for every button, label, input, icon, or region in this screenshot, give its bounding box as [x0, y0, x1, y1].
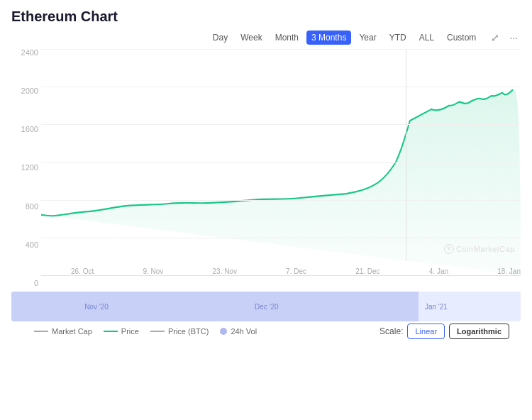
- y-label-1600: 1600: [11, 126, 38, 133]
- grid-line-3: [41, 162, 521, 163]
- scale-linear-button[interactable]: Linear: [407, 324, 445, 339]
- time-btn-day[interactable]: Day: [208, 31, 233, 45]
- y-label-400: 400: [11, 241, 38, 249]
- y-label-2400: 2400: [11, 49, 38, 57]
- expand-icon[interactable]: ⤢: [488, 31, 502, 45]
- legend-24h-vol-label: 24h Vol: [231, 327, 257, 336]
- watermark-text: CoinMarketCap: [456, 245, 515, 253]
- mini-label-nov: Nov '20: [84, 303, 109, 311]
- time-btn-custom[interactable]: Custom: [442, 31, 481, 45]
- legend-price-line: [104, 331, 118, 332]
- time-btn-week[interactable]: Week: [235, 31, 267, 45]
- grid-line-5: [41, 238, 521, 238]
- x-label-nov23: 23. Nov: [212, 267, 236, 275]
- scale-section: Scale: Linear Logarithmic: [379, 324, 509, 339]
- legend-market-cap: Market Cap: [34, 327, 92, 336]
- scale-logarithmic-button[interactable]: Logarithmic: [449, 324, 509, 339]
- scale-label: Scale:: [379, 326, 403, 336]
- vertical-marker: [406, 49, 406, 261]
- y-label-800: 800: [11, 203, 38, 211]
- time-btn-ytd[interactable]: YTD: [384, 31, 411, 45]
- y-label-2000: 2000: [11, 87, 38, 95]
- legend-price-btc-line: [150, 331, 165, 332]
- bottom-row: Market Cap Price Price (BTC) 24h Vol Sca…: [11, 321, 521, 344]
- time-btn-3months[interactable]: 3 Months: [306, 31, 351, 45]
- legend-price-label: Price: [121, 327, 139, 336]
- chart-title: Ethereum Chart: [11, 9, 521, 25]
- legend-24h-vol-circle: [220, 328, 227, 335]
- x-label-dec7: 7. Dec: [286, 267, 306, 275]
- toolbar-icons: ⤢ ···: [488, 31, 521, 45]
- x-label-oct26: 26. Oct: [71, 267, 94, 275]
- legend-24h-vol: 24h Vol: [220, 327, 257, 336]
- watermark-icon: ᗐ: [444, 244, 454, 254]
- x-axis: 26. Oct 9. Nov 23. Nov 7. Dec 21. Dec 4.…: [71, 261, 521, 275]
- legend-market-cap-label: Market Cap: [52, 327, 92, 336]
- grid-line-top: [41, 49, 521, 50]
- time-btn-year[interactable]: Year: [354, 31, 381, 45]
- mini-label-dec: Dec '20: [255, 303, 279, 311]
- watermark: ᗐ CoinMarketCap: [444, 244, 515, 254]
- grid-lines: [41, 49, 521, 275]
- legend-price: Price: [104, 327, 139, 336]
- time-btn-all[interactable]: ALL: [414, 31, 439, 45]
- x-label-jan4: 4. Jan: [429, 267, 448, 275]
- legend-price-btc: Price (BTC): [150, 327, 209, 336]
- chart-plot: 26. Oct 9. Nov 23. Nov 7. Dec 21. Dec 4.…: [41, 49, 521, 276]
- grid-line-1: [41, 87, 521, 87]
- y-label-0: 0: [11, 280, 38, 287]
- grid-line-2: [41, 124, 521, 125]
- time-btn-month[interactable]: Month: [270, 31, 304, 45]
- mini-label-jan: Jan '21: [425, 303, 448, 311]
- time-range-toolbar: Day Week Month 3 Months Year YTD ALL Cus…: [11, 31, 521, 45]
- grid-line-4: [41, 200, 521, 201]
- more-options-icon[interactable]: ···: [506, 31, 521, 45]
- mini-navigator[interactable]: Nov '20 Dec '20 Jan '21: [11, 292, 521, 321]
- x-label-dec21: 21. Dec: [355, 267, 379, 275]
- ethereum-chart-container: Ethereum Chart Day Week Month 3 Months Y…: [0, 0, 532, 344]
- legend-market-cap-line: [34, 331, 48, 332]
- x-label-jan18: 18. Jan: [497, 267, 521, 275]
- chart-area: 2400 2000 1600 1200 800 400 0: [11, 49, 521, 290]
- y-label-1200: 1200: [11, 164, 38, 172]
- y-axis: 2400 2000 1600 1200 800 400 0: [11, 49, 38, 290]
- mini-highlight: [11, 292, 419, 321]
- legend-price-btc-label: Price (BTC): [168, 327, 209, 336]
- x-label-nov9: 9. Nov: [143, 267, 163, 275]
- legend: Market Cap Price Price (BTC) 24h Vol: [23, 321, 268, 341]
- mini-navigator-wrapper: Nov '20 Dec '20 Jan '21: [11, 292, 521, 321]
